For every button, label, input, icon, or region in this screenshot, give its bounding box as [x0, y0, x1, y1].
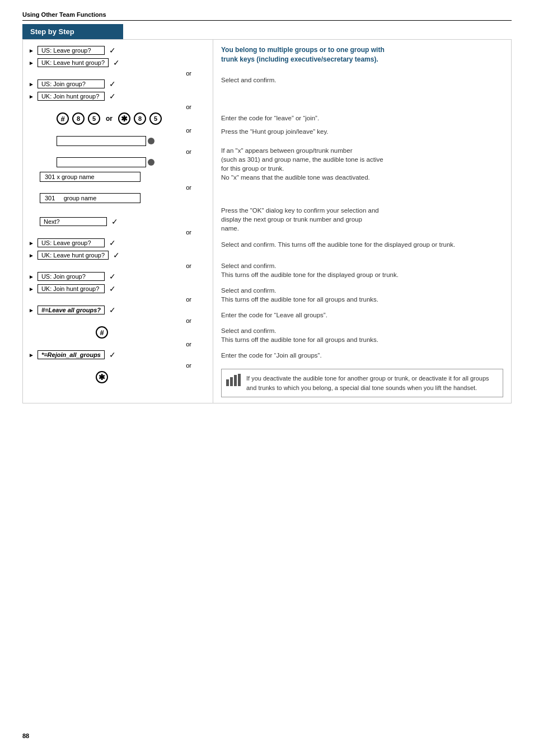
right-entry-5: Press the "OK" dialog key to confirm you…	[221, 206, 503, 233]
section-title: Using Other Team Functions	[22, 11, 512, 21]
eight-key-icon: 8	[72, 112, 85, 125]
group-name-row1: 301 x group name	[40, 172, 208, 182]
check-icon: ✓	[109, 92, 116, 101]
five-key-icon: 5	[88, 112, 100, 125]
row-uk-join: ► UK: Join hunt group? ✓	[29, 91, 208, 101]
check-icon: ✓	[109, 306, 116, 314]
check-icon: ✓	[109, 350, 116, 359]
row-uk-leave: ► UK: Leave hunt group? ✓	[29, 58, 208, 68]
us-leave2-label: US: Leave group?	[38, 238, 105, 247]
highlight-text: You belong to multiple groups or to one …	[221, 45, 503, 64]
note-text: If you deactivate the audible tone for a…	[246, 374, 498, 392]
right-entry-3: Press the “Hunt group join/leave” key.	[221, 127, 503, 136]
note-icon	[226, 374, 242, 392]
row-uk-leave2: ► UK: Leave hunt group? ✓	[29, 250, 208, 260]
or-separator: or	[29, 148, 208, 155]
step-by-step-header: Step by Step	[22, 24, 123, 39]
hash-code-row: #	[96, 326, 208, 339]
or-separator: or	[29, 127, 208, 134]
check-icon: ✓	[109, 79, 116, 88]
right-entry-11: Enter the code for “Join all groups”.	[221, 351, 503, 360]
arrow-icon: ►	[29, 81, 34, 87]
main-content: ► US: Leave group? ✓ ► UK: Leave hunt gr…	[22, 39, 512, 403]
right-entry-6: Select and confirm. This turns off the a…	[221, 240, 503, 249]
right-entry-1: Select and confirm.	[221, 76, 503, 84]
display-box2	[57, 157, 146, 167]
note-box: If you deactivate the audible tone for a…	[221, 369, 503, 397]
display-row1	[57, 136, 208, 146]
check-icon: ✓	[109, 272, 116, 281]
hash-icon: #	[96, 326, 108, 339]
us-join2-label: US: Join group?	[38, 272, 105, 281]
right-entry-10: Select and confirm. This turns off the a…	[221, 326, 503, 344]
group-name-box1: 301 x group name	[40, 172, 140, 182]
or-separator: or	[29, 70, 208, 77]
or-separator: or	[29, 296, 208, 303]
arrow-icon: ►	[29, 352, 34, 358]
row-us-leave: ► US: Leave group? ✓	[29, 45, 208, 55]
arrow-icon: ►	[29, 274, 34, 280]
arrow-icon: ►	[29, 307, 34, 313]
display-row2	[57, 157, 208, 167]
arrow-icon: ►	[29, 252, 34, 259]
star-rejoin-row: ► *=Rejoin_all_groups ✓	[29, 350, 208, 360]
star-rejoin-label: *=Rejoin_all_groups	[38, 350, 105, 359]
arrow-icon: ►	[29, 93, 34, 100]
or-separator: or	[29, 317, 208, 324]
row-us-join2: ► US: Join group? ✓	[29, 271, 208, 281]
svg-rect-0	[226, 379, 229, 386]
hash-leave-row: ► #=Leave all groups? ✓	[29, 305, 208, 315]
uk-leave2-label: UK: Leave hunt group?	[38, 251, 109, 260]
eight-key-icon2: 8	[134, 112, 146, 125]
right-entry-4: If an "x" appears between group/trunk nu…	[221, 146, 503, 182]
check-icon: ✓	[109, 238, 116, 247]
check-icon: ✓	[111, 217, 118, 226]
key-codes-row: # 8 5 or ✱ 8 5	[57, 112, 208, 125]
or-separator: or	[29, 362, 208, 369]
group-name-row2: 301 group name	[40, 193, 208, 203]
five-key-icon2: 5	[149, 112, 162, 125]
hash-key-icon: #	[57, 112, 69, 125]
check-icon: ✓	[113, 58, 120, 67]
uk-join2-label: UK: Join hunt group?	[38, 284, 105, 293]
svg-rect-2	[234, 375, 237, 386]
check-icon: ✓	[109, 284, 116, 293]
page: Using Other Team Functions Step by Step …	[0, 0, 534, 756]
or-separator: or	[29, 184, 208, 191]
right-entry-2: Enter the code for “leave” or “join”.	[221, 114, 503, 123]
svg-rect-3	[238, 374, 241, 386]
next-label: Next?	[40, 217, 107, 226]
display-box1	[57, 136, 146, 146]
check-icon: ✓	[109, 46, 116, 55]
page-number: 88	[22, 732, 29, 739]
us-leave-label: US: Leave group?	[38, 46, 105, 55]
arrow-icon: ►	[29, 286, 34, 292]
star-key-icon: ✱	[118, 112, 130, 125]
group-name-box2: 301 group name	[40, 193, 140, 203]
arrow-icon: ►	[29, 60, 34, 66]
or-separator: or	[29, 229, 208, 236]
right-entry-9: Enter the code for “Leave all groups”.	[221, 311, 503, 320]
right-entry-8: Select and confirm. This turns off the a…	[221, 286, 503, 304]
uk-leave-label: UK: Leave hunt group?	[38, 58, 109, 67]
us-join-label: US: Join group?	[38, 79, 105, 88]
or-separator: or	[29, 104, 208, 110]
next-row: Next? ✓	[40, 217, 208, 227]
star-icon: ✱	[96, 371, 108, 383]
right-entry-7: Select and confirm. This turns off the a…	[221, 261, 503, 279]
hash-leave-label: #=Leave all groups?	[38, 306, 105, 314]
dot-indicator2	[148, 159, 154, 166]
row-us-join: ► US: Join group? ✓	[29, 79, 208, 89]
dot-indicator1	[148, 138, 154, 144]
arrow-icon: ►	[29, 240, 34, 246]
star-code-row: ✱	[96, 371, 208, 383]
uk-join-label: UK: Join hunt group?	[38, 92, 105, 101]
row-us-leave2: ► US: Leave group? ✓	[29, 238, 208, 248]
or-separator: or	[29, 341, 208, 348]
arrow-icon: ►	[29, 48, 34, 54]
right-column: You belong to multiple groups or to one …	[213, 40, 511, 403]
svg-rect-1	[230, 377, 233, 386]
left-column: ► US: Leave group? ✓ ► UK: Leave hunt gr…	[23, 40, 213, 403]
row-uk-join2: ► UK: Join hunt group? ✓	[29, 284, 208, 294]
check-icon: ✓	[113, 251, 120, 260]
